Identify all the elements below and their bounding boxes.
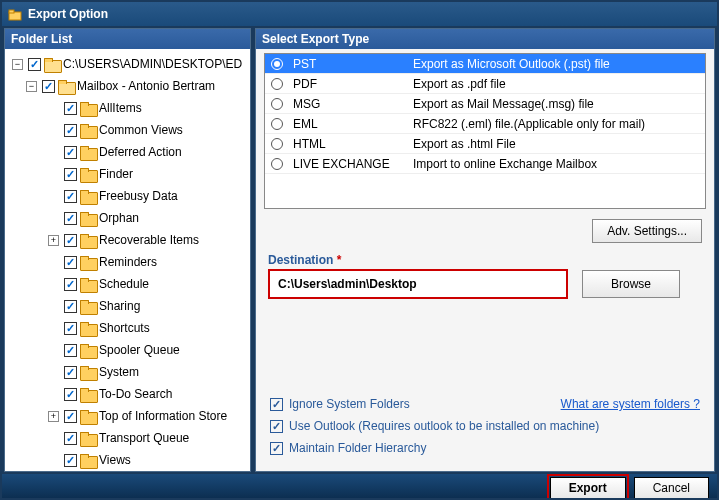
- checkbox[interactable]: [64, 212, 77, 225]
- radio[interactable]: [271, 98, 283, 110]
- export-type-desc: Export as .html File: [413, 137, 516, 151]
- export-type-desc: RFC822 (.eml) file.(Applicable only for …: [413, 117, 645, 131]
- radio[interactable]: [271, 78, 283, 90]
- checkbox[interactable]: [64, 102, 77, 115]
- checkbox[interactable]: [42, 80, 55, 93]
- export-type-row[interactable]: MSGExport as Mail Message(.msg) file: [265, 94, 705, 114]
- folder-open-icon: [44, 58, 60, 71]
- folder-tree[interactable]: −C:\USERS\ADMIN\DESKTOP\ED −Mailbox - An…: [5, 49, 250, 471]
- destination-input[interactable]: C:\Users\admin\Desktop: [268, 269, 568, 299]
- app-icon: [8, 7, 22, 21]
- tree-item[interactable]: +Recoverable Items: [7, 231, 199, 249]
- export-type-desc: Import to online Exchange Mailbox: [413, 157, 597, 171]
- folder-icon: [80, 212, 96, 225]
- browse-button[interactable]: Browse: [582, 270, 680, 298]
- folder-icon: [80, 410, 96, 423]
- adv-settings-button[interactable]: Adv. Settings...: [592, 219, 702, 243]
- checkbox[interactable]: [28, 58, 41, 71]
- export-type-code: PDF: [293, 77, 403, 91]
- tree-item[interactable]: Reminders: [7, 253, 157, 271]
- radio[interactable]: [271, 158, 283, 170]
- folder-icon: [80, 146, 96, 159]
- export-type-row[interactable]: HTMLExport as .html File: [265, 134, 705, 154]
- tree-item[interactable]: Common Views: [7, 121, 183, 139]
- title-bar: Export Option: [2, 2, 717, 26]
- folder-list-panel: Folder List −C:\USERS\ADMIN\DESKTOP\ED −…: [4, 28, 251, 472]
- window-title: Export Option: [28, 7, 108, 21]
- export-type-desc: Export as Microsoft Outlook (.pst) file: [413, 57, 610, 71]
- tree-item-label: Shortcuts: [99, 319, 150, 337]
- tree-item[interactable]: Freebusy Data: [7, 187, 178, 205]
- folder-icon: [80, 344, 96, 357]
- export-type-row[interactable]: PSTExport as Microsoft Outlook (.pst) fi…: [265, 54, 705, 74]
- checkbox[interactable]: [64, 432, 77, 445]
- checkbox[interactable]: [64, 300, 77, 313]
- tree-item[interactable]: +Top of Information Store: [7, 407, 227, 425]
- radio[interactable]: [271, 138, 283, 150]
- export-button[interactable]: Export: [550, 477, 626, 499]
- tree-item[interactable]: Schedule: [7, 275, 149, 293]
- maintain-hierarchy-checkbox[interactable]: [270, 442, 283, 455]
- export-type-row[interactable]: EMLRFC822 (.eml) file.(Applicable only f…: [265, 114, 705, 134]
- tree-item-label: Deferred Action: [99, 143, 182, 161]
- export-type-desc: Export as .pdf file: [413, 77, 506, 91]
- tree-item-label: Views: [99, 451, 131, 469]
- export-type-row[interactable]: LIVE EXCHANGEImport to online Exchange M…: [265, 154, 705, 174]
- checkbox[interactable]: [64, 322, 77, 335]
- destination-label: Destination *: [256, 249, 714, 269]
- what-are-system-folders-link[interactable]: What are system folders ?: [561, 397, 700, 411]
- folder-icon: [80, 278, 96, 291]
- tree-item[interactable]: Spooler Queue: [7, 341, 180, 359]
- checkbox[interactable]: [64, 344, 77, 357]
- checkbox[interactable]: [64, 388, 77, 401]
- expand-icon[interactable]: −: [26, 81, 37, 92]
- tree-item[interactable]: Orphan: [7, 209, 139, 227]
- tree-item-label: Top of Information Store: [99, 407, 227, 425]
- radio[interactable]: [271, 58, 283, 70]
- folder-icon: [80, 168, 96, 181]
- tree-root[interactable]: −C:\USERS\ADMIN\DESKTOP\ED: [7, 55, 242, 73]
- tree-item[interactable]: Sharing: [7, 297, 140, 315]
- checkbox[interactable]: [64, 256, 77, 269]
- expand-icon[interactable]: +: [48, 411, 59, 422]
- folder-icon: [80, 432, 96, 445]
- folder-icon: [80, 322, 96, 335]
- export-type-row[interactable]: PDFExport as .pdf file: [265, 74, 705, 94]
- checkbox[interactable]: [64, 454, 77, 467]
- export-type-header: Select Export Type: [256, 29, 714, 49]
- export-type-code: EML: [293, 117, 403, 131]
- tree-item[interactable]: Transport Queue: [7, 429, 189, 447]
- tree-item-label: Orphan: [99, 209, 139, 227]
- export-type-code: PST: [293, 57, 403, 71]
- use-outlook-checkbox[interactable]: [270, 420, 283, 433]
- tree-item[interactable]: Deferred Action: [7, 143, 182, 161]
- tree-item-label: Schedule: [99, 275, 149, 293]
- tree-item-label: Finder: [99, 165, 133, 183]
- export-type-code: LIVE EXCHANGE: [293, 157, 403, 171]
- expand-icon[interactable]: −: [12, 59, 23, 70]
- maintain-hierarchy-label: Maintain Folder Hierarchy: [289, 441, 426, 455]
- tree-item[interactable]: Finder: [7, 165, 133, 183]
- checkbox[interactable]: [64, 190, 77, 203]
- checkbox[interactable]: [64, 124, 77, 137]
- tree-item[interactable]: Views: [7, 451, 131, 469]
- expand-icon[interactable]: +: [48, 235, 59, 246]
- tree-item[interactable]: To-Do Search: [7, 385, 172, 403]
- tree-mailbox-main[interactable]: −Mailbox - Antonio Bertram: [7, 77, 215, 95]
- checkbox[interactable]: [64, 168, 77, 181]
- use-outlook-label: Use Outlook (Requires outlook to be inst…: [289, 419, 599, 433]
- checkbox[interactable]: [64, 234, 77, 247]
- ignore-system-folders-label: Ignore System Folders: [289, 397, 410, 411]
- ignore-system-folders-checkbox[interactable]: [270, 398, 283, 411]
- checkbox[interactable]: [64, 366, 77, 379]
- radio[interactable]: [271, 118, 283, 130]
- tree-item[interactable]: AllItems: [7, 99, 142, 117]
- tree-item[interactable]: Shortcuts: [7, 319, 150, 337]
- checkbox[interactable]: [64, 146, 77, 159]
- checkbox[interactable]: [64, 410, 77, 423]
- export-panel: Select Export Type PSTExport as Microsof…: [255, 28, 715, 472]
- export-type-code: MSG: [293, 97, 403, 111]
- checkbox[interactable]: [64, 278, 77, 291]
- cancel-button[interactable]: Cancel: [634, 477, 709, 499]
- tree-item[interactable]: System: [7, 363, 139, 381]
